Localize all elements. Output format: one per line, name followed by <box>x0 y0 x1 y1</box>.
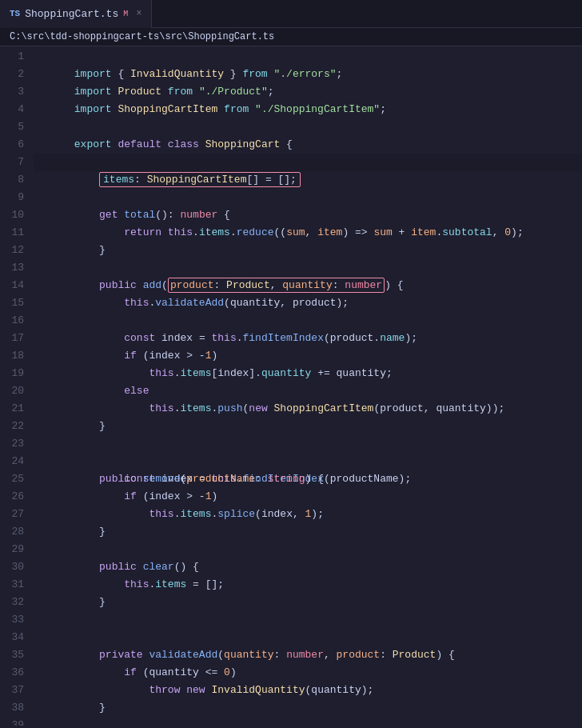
tab-label: ShoppingCart.ts <box>25 8 118 20</box>
code-line-29: public clear() { <box>34 541 582 558</box>
code-line-39: private findItemIndex(productName: strin… <box>34 717 582 726</box>
code-line-38 <box>34 699 582 717</box>
line-numbers: 1 2 3 4 5 6 7 8 9 10 11 12 13 14 15 16 1… <box>0 46 34 726</box>
code-line-1: import { InvalidQuantity } from "./error… <box>34 48 582 66</box>
code-line-32 <box>34 594 582 611</box>
code-line-28 <box>34 523 582 541</box>
tab-shoppingcart[interactable]: TS ShoppingCart.ts M × <box>0 0 152 28</box>
code-line-9: get total(): number { <box>34 189 582 206</box>
code-line-22 <box>34 418 582 435</box>
code-line-33 <box>34 611 582 629</box>
code-line-23: ▸ public remove(productName: string) { <box>34 435 582 453</box>
tab-close[interactable]: × <box>136 8 142 19</box>
code-line-16: const index = this.findItemIndex(product… <box>34 312 582 330</box>
code-line-7: items: ShoppingCartItem[] = []; <box>34 154 582 171</box>
code-line-5: export default class ShoppingCart { <box>34 118 582 136</box>
code-line-24: const index = this.findItemIndex(product… <box>34 453 582 470</box>
code-area: 1 2 3 4 5 6 7 8 9 10 11 12 13 14 15 16 1… <box>0 46 582 726</box>
tab-modified: M <box>123 10 128 18</box>
code-line-12 <box>34 242 582 259</box>
tab-icon: TS <box>10 9 20 18</box>
code-line-34: private validateAdd(quantity: number, pr… <box>34 629 582 646</box>
breadcrumb: C:\src\tdd-shoppingcart-ts\src\ShoppingC… <box>0 28 582 46</box>
code-line-13: public add(product: Product, quantity: n… <box>34 259 582 277</box>
code-content: import { InvalidQuantity } from "./error… <box>34 46 582 726</box>
tab-bar: TS ShoppingCart.ts M × <box>0 0 582 28</box>
